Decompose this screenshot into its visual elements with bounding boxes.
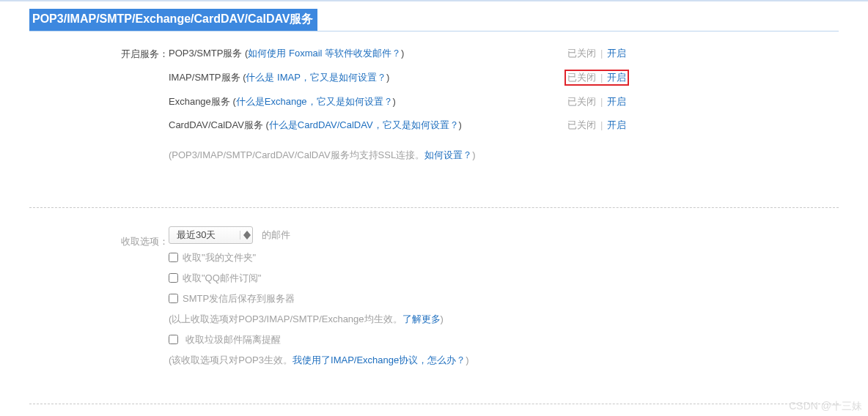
service-row: Exchange服务 (什么是Exchange，它又是如何设置？)已关闭|开启: [169, 94, 839, 109]
receive-option-row: 收取"QQ邮件订阅": [169, 272, 839, 285]
enable-link[interactable]: 开启: [607, 71, 626, 84]
imap-exchange-help-link[interactable]: 我使用了IMAP/Exchange协议，怎么办？: [293, 354, 466, 365]
receive-option-label: 收取"QQ邮件订阅": [183, 272, 261, 283]
service-action-cell: 已关闭|开启: [564, 94, 629, 109]
receive-option-checkbox[interactable]: [169, 294, 178, 303]
receive-option-checkbox[interactable]: [169, 253, 178, 262]
receive-range-select[interactable]: 最近30天: [169, 226, 253, 244]
receive-option-row: 收取"我的文件夹": [169, 251, 839, 264]
enable-link[interactable]: 开启: [607, 95, 626, 108]
receive-option-row: SMTP发信后保存到服务器: [169, 292, 839, 305]
service-action-cell: 已关闭|开启: [564, 46, 629, 61]
service-desc: POP3/SMTP服务 (如何使用 Foxmail 等软件收发邮件？): [169, 47, 564, 60]
service-help-link[interactable]: 什么是Exchange，它又是如何设置？: [236, 96, 393, 107]
spinner-icon: [240, 231, 251, 239]
spam-label: 收取垃圾邮件隔离提醒: [185, 334, 281, 345]
service-row: IMAP/SMTP服务 (什么是 IMAP，它又是如何设置？)已关闭|开启: [169, 70, 839, 86]
service-desc: Exchange服务 (什么是Exchange，它又是如何设置？): [169, 95, 564, 108]
receive-option-label: 收取"我的文件夹": [183, 252, 256, 263]
ssl-how-to-link[interactable]: 如何设置？: [424, 149, 472, 160]
service-name: POP3/SMTP服务: [169, 48, 245, 59]
service-name: CardDAV/CalDAV服务: [169, 119, 265, 130]
svg-marker-1: [243, 235, 251, 239]
receive-range-suffix: 的邮件: [262, 229, 290, 240]
receive-option-checkbox[interactable]: [169, 273, 178, 283]
spam-checkbox[interactable]: [169, 335, 178, 344]
service-desc: CardDAV/CalDAV服务 (什么是CardDAV/CalDAV，它又是如…: [169, 119, 564, 132]
service-status: 已关闭: [567, 95, 596, 108]
service-status: 已关闭: [567, 71, 596, 84]
enable-service-label: 开启服务：: [103, 46, 169, 178]
receive-note-2: (该收取选项只对POP3生效。我使用了IMAP/Exchange协议，怎么办？): [169, 354, 839, 367]
service-help-link[interactable]: 如何使用 Foxmail 等软件收发邮件？: [248, 48, 401, 59]
divider: [29, 404, 839, 404]
service-desc: IMAP/SMTP服务 (什么是 IMAP，它又是如何设置？): [169, 71, 564, 84]
separator: |: [600, 119, 603, 130]
service-action-cell: 已关闭|开启: [564, 118, 629, 133]
service-name: IMAP/SMTP服务: [169, 72, 243, 83]
separator: |: [600, 48, 603, 59]
receive-range-value: 最近30天: [177, 229, 216, 242]
receive-note-1: (以上收取选项对POP3/IMAP/SMTP/Exchange均生效。了解更多): [169, 313, 839, 326]
enable-link[interactable]: 开启: [607, 119, 626, 132]
separator: |: [600, 72, 603, 83]
ssl-note: (POP3/IMAP/SMTP/CardDAV/CalDAV服务均支持SSL连接…: [169, 149, 564, 162]
receive-option-label: SMTP发信后保存到服务器: [183, 293, 295, 304]
separator: |: [600, 96, 603, 107]
service-help-link[interactable]: 什么是 IMAP，它又是如何设置？: [246, 72, 386, 83]
divider: [29, 207, 839, 208]
service-status: 已关闭: [567, 47, 596, 60]
enable-link[interactable]: 开启: [607, 47, 626, 60]
service-help-link[interactable]: 什么是CardDAV/CalDAV，它又是如何设置？: [269, 119, 459, 130]
service-action-cell: 已关闭|开启: [564, 70, 629, 86]
service-row: POP3/SMTP服务 (如何使用 Foxmail 等软件收发邮件？)已关闭|开…: [169, 46, 839, 61]
section-title: POP3/IMAP/SMTP/Exchange/CardDAV/CalDAV服务: [29, 9, 317, 31]
service-row: CardDAV/CalDAV服务 (什么是CardDAV/CalDAV，它又是如…: [169, 118, 839, 133]
service-name: Exchange服务: [169, 96, 232, 107]
service-status: 已关闭: [567, 119, 596, 132]
learn-more-link[interactable]: 了解更多: [402, 313, 441, 324]
receive-options-label: 收取选项：: [103, 234, 169, 367]
